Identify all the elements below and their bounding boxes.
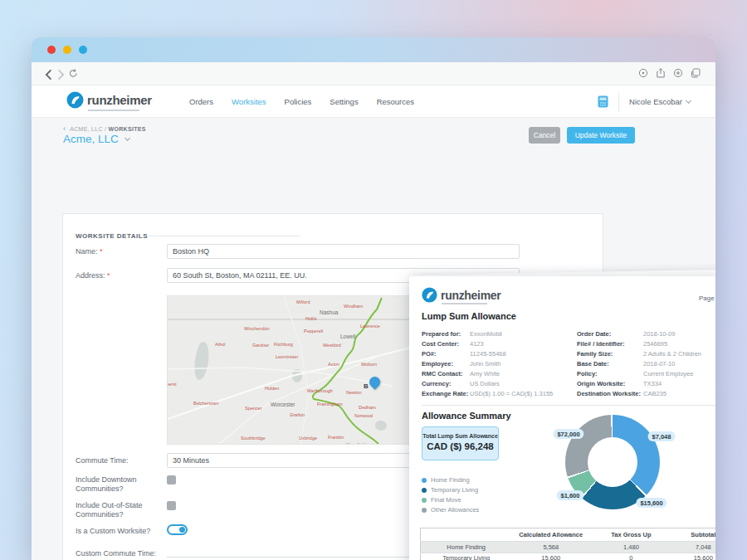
- refresh-icon[interactable]: [69, 69, 78, 78]
- detail-label: Prepared for:: [422, 330, 470, 338]
- map-label: Worcester: [271, 402, 295, 407]
- commute-boundary-route: [313, 298, 382, 444]
- table-row: Home Finding5,5681,4807,048: [421, 542, 716, 553]
- row-label-cell: Home Finding: [421, 542, 512, 553]
- runzheimer-logo[interactable]: runzheimer: [66, 91, 152, 109]
- include-out-of-state-label: Include Out-of-State Communities?: [76, 501, 154, 519]
- required-asterisk: *: [107, 271, 110, 280]
- desktop-background: https://motus.com runzheimer OrdersWorks…: [0, 0, 747, 560]
- breadcrumb-current: WORKSITES: [109, 126, 146, 132]
- row-value-cell: 15,600: [511, 553, 590, 560]
- calculator-icon[interactable]: [598, 95, 608, 108]
- row-value-cell: 15,600: [672, 553, 715, 560]
- detail-value: TX334: [643, 380, 662, 387]
- map-label: Norwood: [354, 413, 373, 418]
- detail-label: Employee:: [422, 360, 470, 368]
- breadcrumb-parent[interactable]: ACME, LLC /: [70, 126, 106, 132]
- brand-tagline: [442, 303, 487, 304]
- detail-value: 11245-55468: [470, 350, 506, 358]
- report-details-right: Order Date:2018-10-09File# / Identifier:…: [577, 329, 715, 398]
- map-label: Milford: [296, 299, 310, 304]
- breadcrumb-back-icon[interactable]: ‹: [63, 124, 66, 133]
- total-box-label: Total Lump Sum Allowance: [422, 433, 498, 439]
- breadcrumb[interactable]: ‹ ACME, LLC / WORKSITES: [63, 124, 146, 133]
- detail-value: John Smith: [470, 360, 501, 368]
- worksite-group-name: Acme, LLC: [63, 133, 119, 145]
- back-icon[interactable]: [43, 69, 55, 80]
- user-name: Nicole Escobar: [629, 97, 682, 106]
- report-detail-row: File# / Identifier:2546695: [577, 338, 715, 348]
- new-tab-icon[interactable]: [673, 68, 683, 78]
- brand-name: runzheimer: [87, 93, 152, 107]
- nav-link-policies[interactable]: Policies: [285, 97, 312, 106]
- detail-value: 2018-07-10: [643, 360, 675, 368]
- user-menu[interactable]: Nicole Escobar: [629, 97, 691, 106]
- detail-value: CAB235: [643, 390, 666, 397]
- detail-label: Order Date:: [577, 330, 643, 338]
- nav-link-resources[interactable]: Resources: [377, 97, 414, 106]
- map-label: Pepperell: [304, 329, 323, 334]
- report-detail-row: Employee:John Smith: [422, 358, 573, 368]
- forward-icon[interactable]: [55, 69, 66, 80]
- report-detail-row: Policy:Current Employee: [577, 368, 715, 378]
- primary-nav: OrdersWorksitesPoliciesSettingsResources: [189, 85, 414, 118]
- share-icon[interactable]: [656, 68, 666, 78]
- section-title: WORKSITE DETAILS: [76, 232, 148, 240]
- detail-label: Policy:: [577, 370, 643, 377]
- cancel-button[interactable]: Cancel: [529, 127, 560, 144]
- map-label: Spencer: [245, 406, 262, 411]
- detail-label: Cost Center:: [422, 340, 470, 348]
- map-label: Mansfield: [346, 442, 366, 445]
- detail-value: USD($) 1.00 = CAD($) 1.3155: [470, 390, 553, 397]
- include-downtown-label: Include Downtown Communities?: [76, 475, 150, 494]
- detail-value: 2 Adults & 2 Children: [643, 350, 701, 358]
- report-detail-row: Currency:US Dollars: [422, 378, 573, 388]
- chevron-down-icon[interactable]: [124, 134, 130, 140]
- row-value-cell: 7,048: [672, 542, 715, 553]
- nav-link-orders[interactable]: Orders: [189, 97, 213, 106]
- map-label: Amherst: [167, 382, 176, 387]
- nav-link-worksites[interactable]: Worksites: [232, 97, 266, 106]
- legend-dot-icon: [422, 478, 427, 483]
- map-label: Fitchburg: [274, 342, 293, 347]
- report-detail-row: Base Date:2018-07-10: [577, 358, 715, 368]
- minimize-window-button[interactable]: [63, 46, 71, 54]
- legend-dot-icon: [422, 488, 427, 493]
- detail-label: Currency:: [422, 380, 470, 387]
- detail-value: Amy White: [470, 370, 500, 377]
- include-downtown-checkbox[interactable]: [167, 475, 176, 485]
- table-header-cell: Subtotal: [672, 528, 715, 542]
- tabs-overview-icon[interactable]: [691, 68, 701, 78]
- page-title[interactable]: Acme, LLC: [63, 133, 129, 145]
- table-header-cell: Calculated Allowance: [511, 528, 590, 542]
- include-out-of-state-checkbox[interactable]: [167, 501, 176, 510]
- name-input[interactable]: Boston HQ: [167, 244, 520, 259]
- custom-worksite-toggle[interactable]: [167, 524, 188, 535]
- donut-value-label: $15,600: [636, 498, 666, 508]
- zoom-window-button[interactable]: [79, 46, 87, 54]
- browser-window: https://motus.com runzheimer OrdersWorks…: [32, 37, 715, 560]
- report-brand-name: runzheimer: [441, 289, 500, 302]
- nav-link-settings[interactable]: Settings: [330, 97, 358, 106]
- detail-value: 4123: [470, 340, 484, 348]
- map-label: Lowell: [340, 334, 355, 339]
- detail-value: US Dollars: [470, 380, 500, 387]
- map-label: Nashua: [320, 309, 338, 315]
- map-label: Westford: [323, 343, 341, 348]
- map-label: Dedham: [359, 405, 376, 410]
- map-label: Winchendon: [244, 326, 270, 331]
- address-label: Address: *: [76, 271, 163, 280]
- report-details-left: Prepared for:ExxonMobilCost Center:4123P…: [422, 329, 573, 398]
- close-window-button[interactable]: [47, 46, 56, 54]
- custom-worksite-label: Is a Custom Worksite?: [76, 527, 163, 536]
- update-worksite-button[interactable]: Update Worksite: [567, 127, 635, 144]
- legend-label: Home Finding: [431, 476, 470, 484]
- report-detail-row: Family Size:2 Adults & 2 Children: [577, 348, 715, 358]
- row-value-cell: 0: [590, 553, 672, 560]
- map-label: Woburn: [361, 362, 377, 367]
- row-value-cell: 1,480: [590, 542, 672, 553]
- app-navbar: runzheimer OrdersWorksitesPoliciesSettin…: [32, 85, 715, 118]
- divider: [149, 236, 300, 236]
- lump-sum-report-overlay: runzheimer Page 1/3 Lump Sum Allowance P…: [409, 276, 715, 560]
- reader-mode-icon[interactable]: [638, 68, 648, 78]
